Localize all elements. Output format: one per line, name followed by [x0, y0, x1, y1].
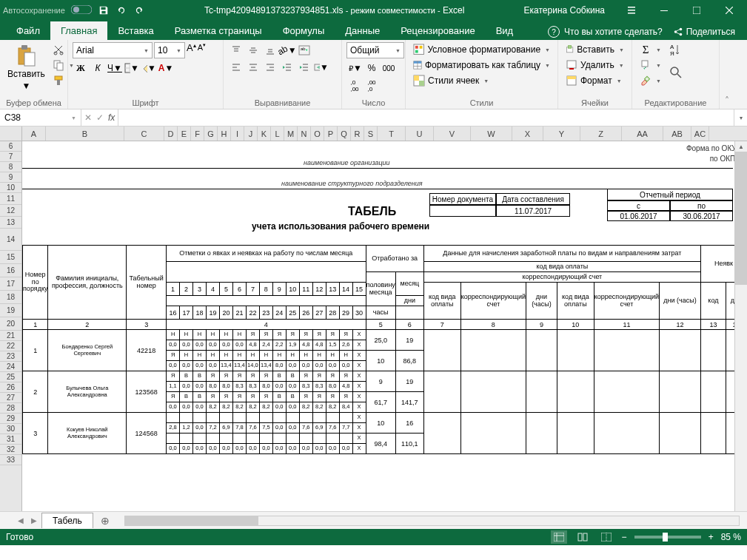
row-header[interactable]: 10	[0, 183, 21, 193]
user-name[interactable]: Екатерина Собкина	[524, 5, 605, 16]
row-header[interactable]: 9	[0, 172, 21, 183]
orientation-icon[interactable]: ab▼	[279, 42, 295, 58]
format-cells-button[interactable]: Формат▼	[563, 73, 627, 88]
formula-input[interactable]	[118, 109, 734, 126]
bold-button[interactable]: Ж	[73, 60, 89, 76]
row-header[interactable]: 22	[0, 341, 21, 351]
save-icon[interactable]	[98, 4, 110, 16]
currency-icon[interactable]: ₽▼	[346, 60, 363, 76]
font-size-combo[interactable]: 10▼	[154, 42, 185, 58]
row-header[interactable]: 21	[0, 331, 21, 341]
font-color-button[interactable]: A▼	[158, 60, 174, 76]
col-header[interactable]: I	[231, 126, 244, 141]
zoom-slider[interactable]	[634, 536, 701, 539]
align-bottom-icon[interactable]	[262, 42, 278, 58]
worksheet-grid[interactable]: ABCDEFGHIJKLMNOPQRSTUVWXYZAAABAC 6789101…	[0, 126, 747, 511]
col-header[interactable]: K	[258, 126, 271, 141]
layout-view-icon[interactable]	[575, 530, 591, 544]
redo-icon[interactable]	[133, 4, 145, 16]
increase-indent-icon[interactable]	[296, 59, 312, 75]
cancel-formula-icon[interactable]: ✕	[84, 112, 92, 123]
col-header[interactable]: Z	[580, 126, 622, 141]
decrease-indent-icon[interactable]	[279, 59, 295, 75]
sort-filter-button[interactable]: АЯ	[669, 42, 689, 64]
name-box[interactable]: C38▼	[0, 109, 81, 126]
paste-button[interactable]: Вставить▼	[4, 42, 48, 97]
align-right-icon[interactable]	[262, 59, 278, 75]
row-header[interactable]: 19	[0, 304, 21, 317]
format-as-table-button[interactable]: Форматировать как таблицу▼	[410, 58, 553, 72]
col-header[interactable]: Y	[543, 126, 580, 141]
increase-font-icon[interactable]: A▴	[187, 42, 196, 58]
row-header[interactable]: 25	[0, 372, 21, 382]
align-middle-icon[interactable]	[245, 42, 261, 58]
number-format-combo[interactable]: Общий▼	[346, 42, 404, 58]
underline-button[interactable]: Ч ▼	[107, 60, 123, 76]
share-button[interactable]: Поделиться	[667, 24, 741, 40]
col-header[interactable]: T	[378, 126, 406, 141]
select-all-corner[interactable]	[0, 126, 22, 141]
col-header[interactable]: AA	[622, 126, 663, 141]
add-sheet-icon[interactable]: ⊕	[95, 515, 115, 527]
tab-file[interactable]: Файл	[6, 21, 50, 40]
percent-icon[interactable]: %	[364, 60, 380, 76]
autosum-button[interactable]: Σ▼	[637, 42, 664, 57]
fill-color-button[interactable]: ▼	[141, 60, 157, 76]
row-header[interactable]: 29	[0, 414, 21, 424]
ribbon-options-icon[interactable]	[617, 0, 646, 21]
row-header[interactable]: 32	[0, 445, 21, 455]
col-header[interactable]: E	[178, 126, 191, 141]
col-header[interactable]: B	[46, 126, 124, 141]
tellme[interactable]: Что вы хотите сделать?	[564, 27, 663, 37]
row-header[interactable]: 14	[0, 229, 21, 251]
zoom-in-icon[interactable]: +	[709, 532, 714, 542]
vertical-scrollbar[interactable]: ▲	[734, 141, 747, 511]
tab-layout[interactable]: Разметка страницы	[164, 21, 272, 40]
row-header[interactable]: 17	[0, 277, 21, 291]
col-header[interactable]: H	[218, 126, 231, 141]
increase-decimal-icon[interactable]: ,0,00	[346, 78, 363, 94]
row-header[interactable]: 30	[0, 424, 21, 434]
row-header[interactable]: 11	[0, 193, 21, 205]
col-header[interactable]: W	[471, 126, 512, 141]
row-header[interactable]: 20	[0, 317, 21, 331]
conditional-formatting-button[interactable]: Условное форматирование▼	[410, 42, 553, 57]
minimize-icon[interactable]	[649, 0, 679, 21]
row-header[interactable]: 13	[0, 217, 21, 229]
row-header[interactable]: 8	[0, 162, 21, 172]
close-icon[interactable]	[714, 0, 744, 21]
undo-icon[interactable]	[115, 4, 127, 16]
col-header[interactable]: L	[271, 126, 284, 141]
enter-formula-icon[interactable]: ✓	[96, 112, 104, 123]
wrap-text-icon[interactable]: ab	[296, 42, 312, 58]
sheet-tab[interactable]: Табель	[41, 513, 93, 528]
tab-nav-next-icon[interactable]: ▶	[28, 516, 40, 524]
fx-icon[interactable]: fx	[108, 112, 115, 123]
col-header[interactable]: S	[364, 126, 378, 141]
col-header[interactable]: D	[164, 126, 178, 141]
row-header[interactable]: 15	[0, 251, 21, 264]
row-header[interactable]: 27	[0, 393, 21, 403]
col-header[interactable]: Q	[338, 126, 351, 141]
col-header[interactable]: AB	[663, 126, 691, 141]
border-button[interactable]: ▼	[124, 60, 140, 76]
align-top-icon[interactable]	[228, 42, 244, 58]
decrease-decimal-icon[interactable]: ,00,0	[364, 78, 380, 94]
col-header[interactable]: U	[406, 126, 434, 141]
insert-cells-button[interactable]: Вставить▼	[563, 42, 627, 57]
clear-button[interactable]: ▼	[637, 73, 664, 88]
tab-nav-prev-icon[interactable]: ◀	[15, 516, 27, 524]
col-header[interactable]: O	[311, 126, 324, 141]
autosave-toggle[interactable]	[71, 5, 92, 16]
col-header[interactable]: P	[324, 126, 338, 141]
col-header[interactable]: V	[434, 126, 471, 141]
row-header[interactable]: 12	[0, 205, 21, 217]
comma-icon[interactable]: 000	[381, 60, 397, 76]
align-left-icon[interactable]	[228, 59, 244, 75]
merge-button[interactable]: ▼	[313, 59, 329, 75]
row-header[interactable]: 23	[0, 351, 21, 362]
tab-review[interactable]: Рецензирование	[390, 21, 485, 40]
align-center-icon[interactable]	[245, 59, 261, 75]
zoom-out-icon[interactable]: −	[622, 532, 627, 542]
col-header[interactable]: N	[298, 126, 311, 141]
